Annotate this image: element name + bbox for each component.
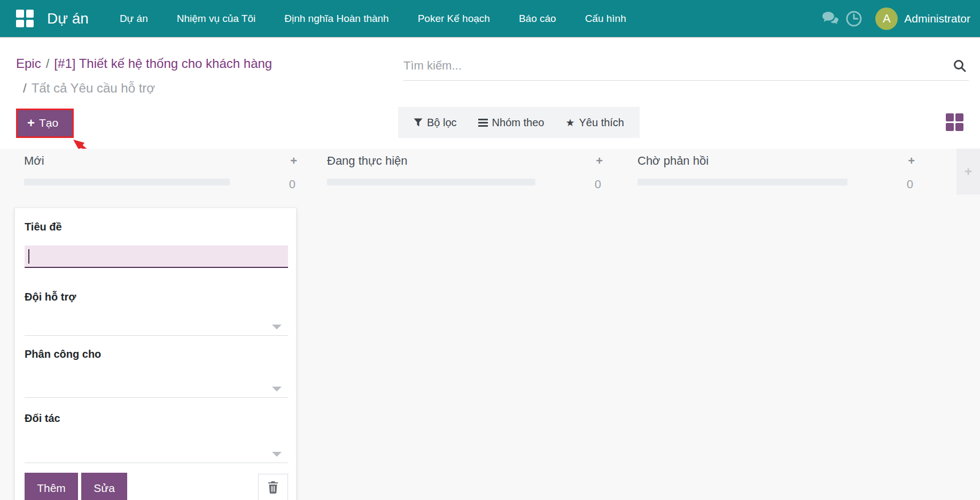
kanban-view-icon[interactable] <box>946 113 963 131</box>
group-by-button[interactable]: Nhóm theo <box>478 117 545 129</box>
team-select[interactable] <box>25 314 288 336</box>
create-button[interactable]: + Tạo <box>18 110 72 136</box>
column-title: Chờ phản hồi <box>637 154 709 168</box>
field-label-team: Đội hỗ trợ <box>25 291 76 303</box>
main-menu: Dự án Nhiệm vụ của Tôi Định nghĩa Hoàn t… <box>120 13 626 25</box>
column-count: 0 <box>289 178 295 191</box>
kanban-column-in-progress: Đang thực hiện + 0 <box>327 152 603 191</box>
star-icon: ★ <box>565 117 574 129</box>
dropdown-caret-icon <box>272 387 282 391</box>
kanban-column-new: Mới + 0 <box>24 152 297 191</box>
breadcrumb-task[interactable]: [#1] Thiết kế hệ thống cho khách hàng <box>54 56 272 71</box>
add-column-icon[interactable]: + <box>965 164 972 179</box>
avatar-initial: A <box>883 12 891 26</box>
create-button-label: Tạo <box>39 117 58 129</box>
column-count: 0 <box>907 178 913 191</box>
apps-grid-icon[interactable] <box>16 10 34 27</box>
column-title: Mới <box>24 154 44 168</box>
chat-icon[interactable] <box>819 7 842 30</box>
title-input[interactable] <box>25 245 288 267</box>
field-label-title: Tiêu đề <box>25 221 62 233</box>
navbar-systray: A Administrator <box>819 7 974 30</box>
column-progress-bar <box>327 179 535 186</box>
assignee-select[interactable] <box>25 376 288 398</box>
funnel-icon <box>414 118 423 127</box>
dropdown-caret-icon <box>272 325 282 329</box>
kanban-board: Mới + 0 Đang thực hiện + 0 Chờ phản hồi … <box>0 149 980 500</box>
user-avatar[interactable]: A <box>875 7 898 30</box>
delete-button[interactable] <box>258 474 288 500</box>
search-filter-bar: Bộ lọc Nhóm theo ★ Yêu thích <box>398 107 640 138</box>
favorites-button-label: Yêu thích <box>579 117 624 129</box>
search-bar <box>403 53 969 81</box>
plus-icon: + <box>27 118 35 128</box>
dropdown-caret-icon <box>272 452 282 457</box>
favorites-button[interactable]: ★ Yêu thích <box>565 117 624 129</box>
column-progress-bar <box>637 179 847 186</box>
menu-item-nhiem-vu[interactable]: Nhiệm vụ của Tôi <box>177 13 256 25</box>
kanban-column-waiting: Chờ phản hồi + 0 <box>637 152 915 191</box>
field-label-partner: Đối tác <box>25 412 60 425</box>
activity-clock-icon[interactable] <box>842 7 866 30</box>
partner-select[interactable] <box>25 442 288 463</box>
menu-item-poker[interactable]: Poker Kế hoạch <box>418 13 490 25</box>
group-by-icon <box>478 118 488 127</box>
add-button[interactable]: Thêm <box>25 473 78 500</box>
annotation-highlight-box: + Tạo <box>16 109 74 138</box>
column-count: 0 <box>595 178 601 191</box>
column-progress-bar <box>24 179 230 186</box>
filters-button-label: Bộ lọc <box>427 117 457 129</box>
search-icon[interactable] <box>953 59 967 75</box>
breadcrumb-current: Tất cả Yêu cầu hỗ trợ <box>32 81 155 95</box>
top-navbar: Dự án Dự án Nhiệm vụ của Tôi Định nghĩa … <box>0 0 980 37</box>
app-brand[interactable]: Dự án <box>47 10 89 27</box>
title-input-wrap <box>25 245 288 268</box>
column-add-icon[interactable]: + <box>596 154 603 168</box>
menu-item-du-an[interactable]: Dự án <box>120 13 148 25</box>
breadcrumb-separator: / <box>18 81 32 95</box>
column-add-icon[interactable]: + <box>908 154 915 168</box>
menu-item-cau-hinh[interactable]: Cấu hình <box>585 13 626 25</box>
column-title: Đang thực hiện <box>327 154 408 168</box>
breadcrumb-separator: / <box>41 56 55 71</box>
group-by-button-label: Nhóm theo <box>492 117 545 129</box>
search-input[interactable] <box>403 53 969 81</box>
edit-button[interactable]: Sửa <box>81 473 127 500</box>
user-name[interactable]: Administrator <box>904 12 970 25</box>
quick-create-card: Tiêu đề Đội hỗ trợ Phân công cho Đối tác… <box>14 207 297 500</box>
field-label-assignee: Phân công cho <box>25 348 101 360</box>
breadcrumb: Epic/[#1] Thiết kế hệ thống cho khách hà… <box>16 51 369 101</box>
column-add-icon[interactable]: + <box>290 154 297 168</box>
trash-icon <box>267 481 279 494</box>
breadcrumb-epic[interactable]: Epic <box>16 56 41 71</box>
text-cursor <box>28 249 29 264</box>
filters-button[interactable]: Bộ lọc <box>414 117 457 129</box>
menu-item-dinh-nghia[interactable]: Định nghĩa Hoàn thành <box>284 13 388 25</box>
menu-item-bao-cao[interactable]: Báo cáo <box>519 13 556 25</box>
add-column-strip: + <box>956 149 980 195</box>
